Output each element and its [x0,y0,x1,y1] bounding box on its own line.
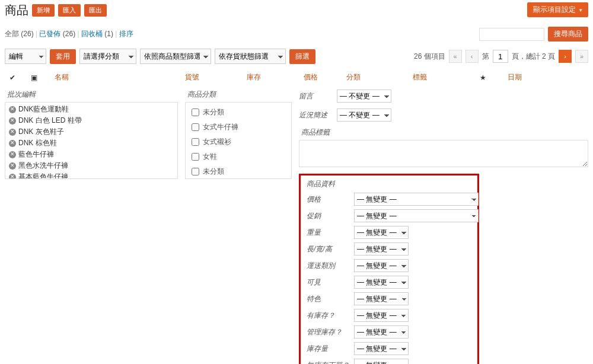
apply-button[interactable]: 套用 [50,49,76,64]
col-tag[interactable]: 標籤 [413,73,427,81]
category-option[interactable]: 未分類 [186,164,291,179]
image-column-icon: ▣ [26,74,50,82]
pagination-last[interactable]: » [575,50,588,63]
list-item[interactable]: ✕DNK 灰色鞋子 [5,126,177,138]
display-settings-button[interactable]: 顯示項目設定 [527,2,588,17]
stock-qty-label: 庫存量 [307,344,349,354]
list-item[interactable]: ✕DNK 白色 LED 鞋帶 [5,115,177,126]
col-category[interactable]: 分類 [346,73,361,81]
categories-listbox[interactable]: 未分類女式牛仔褲女式襯衫女鞋未分類 [185,102,292,179]
category-option[interactable]: 女式襯衫 [186,135,291,149]
search-input[interactable] [479,28,544,41]
chevron-down-icon [578,5,582,14]
pagination-total-pages: 頁，總計 2 頁 [512,52,555,62]
col-stock[interactable]: 庫存 [247,73,261,81]
list-item[interactable]: ✕黑色水洗牛仔褲 [5,160,177,171]
in-stock-label: 有庫存？ [307,311,349,321]
visible-select[interactable]: — 無變更 — [354,276,409,289]
remove-icon[interactable]: ✕ [9,174,16,180]
remove-icon[interactable]: ✕ [9,151,16,158]
category-label: 未分類 [203,107,224,117]
bulk-edit-listbox[interactable]: ✕DNK藍色運動鞋✕DNK 白色 LED 鞋帶✕DNK 灰色鞋子✕DNK 棕色鞋… [5,102,178,179]
list-item-label: DNK藍色運動鞋 [18,104,69,114]
filter-sort-link[interactable]: 排序 [119,30,133,38]
import-button[interactable]: 匯入 [58,4,81,17]
pagination-page-label: 第 [482,52,489,62]
filter-published-count: (26) [63,30,75,38]
category-option[interactable]: 未分類 [186,105,291,120]
search-button[interactable]: 搜尋商品 [548,27,588,41]
pagination-page-input[interactable] [493,50,508,63]
product-data-title: 商品資料 [307,179,471,193]
featured-select[interactable]: — 無變更 — [354,292,409,305]
status-select[interactable]: — 不變更 — [337,108,391,122]
type-filter-select[interactable]: 依照商品類型篩選 [140,49,211,64]
status-label: 近況簡述 [299,110,332,120]
comments-select[interactable]: — 不變更 — [337,90,391,103]
list-item-label: 黑色水洗牛仔褲 [18,161,68,171]
shipping-select[interactable]: — 無變更 — [354,259,409,272]
remove-icon[interactable]: ✕ [9,117,16,124]
list-item[interactable]: ✕DNK藍色運動鞋 [5,104,177,115]
category-checkbox[interactable] [192,123,199,131]
category-checkbox[interactable] [192,108,199,116]
weight-select[interactable]: — 無變更 — [354,226,409,239]
category-option[interactable]: 女式牛仔褲 [186,120,291,135]
category-checkbox[interactable] [192,138,199,146]
category-option[interactable]: 女鞋 [186,149,291,164]
remove-icon[interactable]: ✕ [9,162,16,170]
bulk-edit-title: 批次編輯 [5,90,178,102]
list-item-label: DNK 棕色鞋 [18,138,57,148]
category-filter-select[interactable]: 請選擇分類 [79,49,136,64]
dimensions-select[interactable]: — 無變更 — [354,242,409,256]
category-label: 未分類 [203,167,224,177]
col-name[interactable]: 名稱 [55,73,69,81]
list-item-label: DNK 白色 LED 鞋帶 [18,116,82,126]
dimensions-label: 長/寬/高 [307,244,349,254]
category-checkbox[interactable] [192,168,199,175]
list-item[interactable]: ✕基本藍色牛仔褲 [5,171,177,179]
remove-icon[interactable]: ✕ [9,129,16,136]
in-stock-select[interactable]: — 無變更 — [354,309,409,322]
select-all-checkbox[interactable]: ✔ [5,74,26,82]
featured-label: 特色 [307,294,349,304]
filter-button[interactable]: 篩選 [289,49,315,64]
list-item[interactable]: ✕DNK 棕色鞋 [5,138,177,149]
weight-label: 重量 [307,228,349,238]
manage-stock-label: 管理庫存？ [307,327,349,337]
list-item[interactable]: ✕藍色牛仔褲 [5,149,177,160]
export-button[interactable]: 匯出 [84,4,107,17]
stock-filter-select[interactable]: 依存貨狀態篩選 [215,49,286,64]
list-item-label: 藍色牛仔褲 [18,149,54,159]
pagination-next[interactable]: › [559,50,572,63]
product-tags-textarea[interactable] [299,140,588,167]
list-item-label: DNK 灰色鞋子 [18,127,64,137]
filter-published-link[interactable]: 已發佈 [39,30,60,38]
filter-all-label: 全部 [5,30,19,38]
remove-icon[interactable]: ✕ [9,106,16,113]
category-label: 女式牛仔褲 [203,122,238,132]
col-date[interactable]: 日期 [508,73,522,81]
category-checkbox[interactable] [192,153,199,161]
add-new-button[interactable]: 新增 [32,4,55,17]
remove-icon[interactable]: ✕ [9,140,16,147]
category-label: 女式襯衫 [203,137,231,147]
pagination-first[interactable]: « [449,50,462,63]
product-tags-label: 商品標籤 [299,127,588,140]
filter-all-count: (26) [21,30,33,38]
list-item-label: 基本藍色牛仔褲 [18,172,68,179]
sale-select[interactable]: — 無變更 — [354,209,479,222]
col-price[interactable]: 價格 [304,73,318,81]
price-select[interactable]: — 無變更 — [354,193,479,206]
comments-label: 留言 [299,91,332,101]
pagination-prev[interactable]: ‹ [466,50,479,63]
backorders-label: 無庫存下單？ [307,360,349,365]
stock-qty-select[interactable]: — 無變更 — [354,342,409,355]
visible-label: 可見 [307,277,349,288]
col-featured-icon[interactable]: ★ [472,74,491,82]
backorders-select[interactable]: — 無變更 — [354,359,409,364]
filter-trash-link[interactable]: 回收桶 [81,30,103,38]
manage-stock-select[interactable]: — 無變更 — [354,325,409,339]
bulk-action-select[interactable]: 編輯 [5,49,46,64]
col-sku[interactable]: 貨號 [185,73,199,81]
